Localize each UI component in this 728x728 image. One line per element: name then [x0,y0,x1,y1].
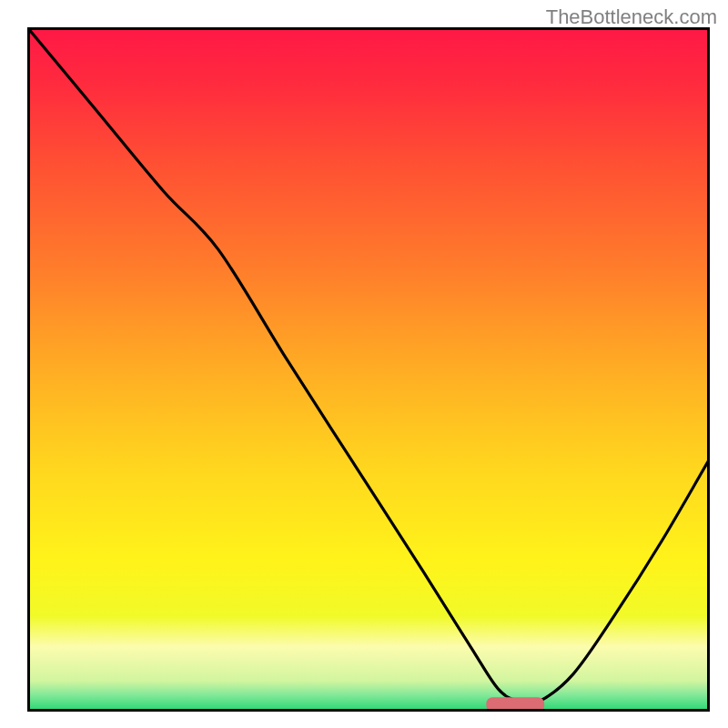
chart-container: TheBottleneck.com [0,0,728,728]
chart-background [27,27,710,712]
bottleneck-chart [27,27,710,712]
watermark-text: TheBottleneck.com [546,5,717,29]
